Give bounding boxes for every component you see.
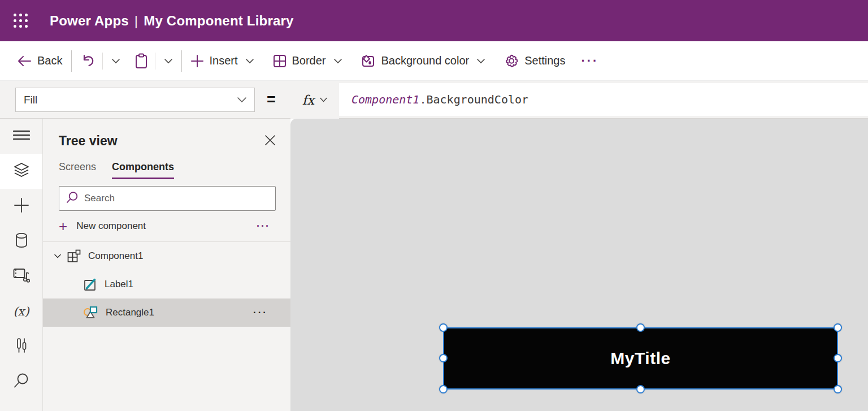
rail-data-button[interactable] <box>0 224 42 259</box>
tab-screens[interactable]: Screens <box>59 161 96 179</box>
resize-handle-w[interactable] <box>439 354 448 362</box>
chevron-down-icon <box>334 58 342 64</box>
rail-hamburger-button[interactable] <box>0 119 42 154</box>
rail-media-button[interactable] <box>0 259 42 294</box>
gear-icon <box>504 54 519 68</box>
toolbar-separator-thin <box>155 53 155 70</box>
background-color-label: Background color <box>381 54 470 67</box>
layers-icon <box>13 162 30 180</box>
left-rail: (x) <box>0 119 43 411</box>
back-button[interactable]: Back <box>17 54 62 67</box>
label-control-icon <box>83 277 98 292</box>
new-component-overflow-button[interactable]: ··· <box>257 220 270 232</box>
chevron-down-icon <box>246 58 254 64</box>
app-name: Power Apps <box>50 13 129 28</box>
rectangle1-overflow-button[interactable]: ··· <box>253 307 268 318</box>
rectangle1-text: MyTitle <box>610 349 670 368</box>
equals-sign: = <box>267 81 276 119</box>
formula-object-token: Component1 <box>351 93 419 106</box>
border-grid-icon <box>273 54 287 68</box>
tree-item-label: Rectangle1 <box>106 307 154 318</box>
tree-item-component1[interactable]: Component1 <box>43 242 290 270</box>
new-component-label: New component <box>76 220 146 232</box>
fx-dropdown-button[interactable]: fx <box>290 81 339 119</box>
search-input[interactable] <box>84 193 268 204</box>
paint-bucket-icon <box>361 54 376 68</box>
property-selected-value: Fill <box>24 94 37 106</box>
plus-icon: + <box>59 219 67 233</box>
plus-icon <box>191 55 203 67</box>
tree-item-rectangle1[interactable]: Rectangle1 ··· <box>43 298 290 327</box>
property-select[interactable]: Fill <box>15 88 255 112</box>
rail-search-button[interactable] <box>0 364 42 399</box>
formula-input[interactable]: Component1.BackgroundColor <box>339 83 868 116</box>
chevron-down-icon[interactable] <box>53 252 62 261</box>
back-label: Back <box>37 54 62 67</box>
resize-handle-n[interactable] <box>636 323 645 332</box>
tree-item-label: Label1 <box>105 279 133 290</box>
formula-bar: Fill = fx Component1.BackgroundColor <box>0 81 868 119</box>
close-panel-button[interactable] <box>264 135 276 148</box>
hamburger-icon <box>13 130 30 142</box>
insert-button[interactable]: Insert <box>191 54 253 67</box>
tree-view-tabs: Screens Components <box>59 161 290 179</box>
tools-icon <box>15 338 28 356</box>
resize-handle-se[interactable] <box>834 385 842 393</box>
media-icon <box>13 268 30 285</box>
tab-components[interactable]: Components <box>112 161 174 179</box>
formula-property-token: .BackgroundColor <box>419 93 528 106</box>
waffle-grid <box>14 14 28 28</box>
design-canvas[interactable]: MyTitle <box>290 119 868 411</box>
back-arrow-icon <box>17 55 32 67</box>
rail-variables-button[interactable]: (x) <box>0 294 42 329</box>
background-color-button[interactable]: Background color <box>361 54 485 68</box>
resize-handle-ne[interactable] <box>834 323 842 332</box>
chevron-down-icon <box>237 97 246 103</box>
toolbar: Back Insert Border <box>0 41 868 81</box>
shapes-icon <box>83 305 99 320</box>
toolbar-overflow-button[interactable]: ··· <box>581 54 598 68</box>
resize-handle-e[interactable] <box>834 354 842 362</box>
fx-icon: fx <box>302 93 314 107</box>
paste-dropdown-button[interactable] <box>162 58 172 64</box>
resize-handle-nw[interactable] <box>439 323 448 332</box>
workspace: (x) Tree view Screens Components <box>0 119 868 411</box>
search-icon <box>14 373 29 391</box>
rectangle1-shape[interactable]: MyTitle <box>443 327 838 390</box>
tree-item-label1[interactable]: Label1 <box>43 270 290 298</box>
clipboard-icon <box>134 53 148 69</box>
border-button[interactable]: Border <box>273 54 342 68</box>
rail-advanced-tools-button[interactable] <box>0 329 42 364</box>
rail-insert-button[interactable] <box>0 189 42 224</box>
border-label: Border <box>292 54 326 67</box>
component-icon <box>67 249 81 263</box>
chevron-down-icon <box>320 97 327 102</box>
toolbar-separator <box>71 50 72 72</box>
resize-handle-s[interactable] <box>636 385 645 393</box>
database-icon <box>15 232 28 250</box>
undo-icon <box>81 54 96 68</box>
close-icon <box>264 135 276 148</box>
plus-icon <box>14 198 29 215</box>
paste-button[interactable] <box>134 53 148 69</box>
settings-label: Settings <box>524 54 565 67</box>
resize-handle-sw[interactable] <box>439 385 448 393</box>
insert-label: Insert <box>209 54 237 67</box>
tree-view-panel: Tree view Screens Components + New compo… <box>43 119 290 411</box>
tree-view-title: Tree view <box>59 133 118 149</box>
page-title: Power Apps|My Component Library <box>50 13 294 29</box>
document-title: My Component Library <box>144 13 293 28</box>
chevron-down-icon <box>164 58 172 64</box>
tree-view-header: Tree view <box>59 133 276 149</box>
toolbar-separator <box>181 50 182 72</box>
app-header: Power Apps|My Component Library <box>0 0 868 41</box>
undo-dropdown-button[interactable] <box>110 58 120 64</box>
rail-tree-view-button[interactable] <box>0 154 42 189</box>
waffle-menu-icon[interactable] <box>0 0 41 41</box>
tree-search-box[interactable] <box>59 186 276 211</box>
settings-button[interactable]: Settings <box>504 54 565 68</box>
tree-item-label: Component1 <box>88 250 143 262</box>
new-component-button[interactable]: + New component ··· <box>43 212 290 240</box>
chevron-down-icon <box>477 58 485 64</box>
undo-button[interactable] <box>81 54 96 68</box>
